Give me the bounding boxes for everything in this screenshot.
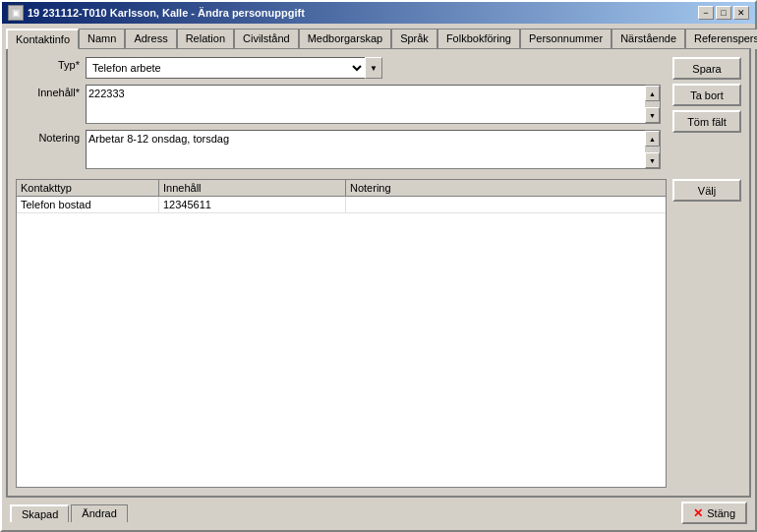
main-window: ▣ 19 231112-T010 Karlsson, Kalle - Ändra… (0, 0, 757, 532)
typ-label: Typ* (16, 57, 80, 71)
tab-bar: Kontaktinfo Namn Adress Relation Civilst… (6, 28, 751, 48)
maximize-button[interactable]: □ (716, 6, 731, 20)
stang-button[interactable]: ✕ Stäng (681, 502, 747, 524)
cell-innehall: 12345611 (159, 197, 346, 212)
col-innehall: Innehåll (159, 180, 346, 196)
cell-notering (346, 197, 666, 212)
innehall-input[interactable]: 222333 (86, 85, 645, 124)
notering-scrollbar: ▲ ▼ (645, 130, 661, 169)
action-buttons: Spara Ta bort Töm fält (672, 57, 741, 169)
typ-dropdown-arrow[interactable]: ▼ (365, 57, 382, 79)
minimize-button[interactable]: − (698, 6, 714, 20)
tab-medborgarskap[interactable]: Medborgarskap (299, 29, 391, 49)
form-area: Typ* Telefon arbeteTelefon bostadMobilE-… (16, 57, 661, 169)
app-icon: ▣ (8, 5, 24, 21)
table-body: Telefon bostad 12345611 (17, 197, 666, 487)
title-buttons: − □ ✕ (698, 6, 749, 20)
valj-button[interactable]: Välj (672, 179, 741, 202)
tab-kontaktinfo[interactable]: Kontaktinfo (6, 29, 79, 49)
top-section: Typ* Telefon arbeteTelefon bostadMobilE-… (16, 57, 741, 169)
typ-select[interactable]: Telefon arbeteTelefon bostadMobilE-postF… (86, 57, 366, 79)
tab-folkbokforing[interactable]: Folkbokföring (437, 29, 520, 49)
col-notering: Notering (346, 180, 666, 196)
tab-personnummer[interactable]: Personnummer (520, 29, 611, 49)
stang-x-icon: ✕ (693, 506, 703, 520)
innehall-scroll-down[interactable]: ▼ (645, 107, 660, 123)
notering-scroll-up[interactable]: ▲ (645, 131, 660, 147)
notering-label: Notering (16, 130, 80, 144)
table-row[interactable]: Telefon bostad 12345611 (17, 197, 666, 213)
kontakt-table: Kontakttyp Innehåll Notering Telefon bos… (16, 179, 667, 488)
window-body: Kontaktinfo Namn Adress Relation Civilst… (2, 24, 755, 530)
typ-row: Typ* Telefon arbeteTelefon bostadMobilE-… (16, 57, 661, 79)
window-title: 19 231112-T010 Karlsson, Kalle - Ändra p… (28, 7, 305, 19)
stang-label: Stäng (707, 507, 735, 519)
notering-row: Notering Arbetar 8-12 onsdag, torsdag ▲ … (16, 130, 661, 169)
innehall-row: Innehåll* 222333 ▲ ▼ (16, 85, 661, 124)
tab-sprak[interactable]: Språk (391, 29, 437, 49)
innehall-scroll-up[interactable]: ▲ (645, 86, 660, 101)
tab-namn[interactable]: Namn (79, 29, 125, 49)
table-section: Kontakttyp Innehåll Notering Telefon bos… (16, 179, 741, 488)
title-bar: ▣ 19 231112-T010 Karlsson, Kalle - Ändra… (2, 2, 755, 24)
tab-content: Typ* Telefon arbeteTelefon bostadMobilE-… (6, 48, 751, 498)
andrad-tab[interactable]: Ändrad (71, 504, 127, 522)
bottom-bar: Skapad Ändrad ✕ Stäng (6, 498, 751, 526)
tab-civilstand[interactable]: Civilstånd (234, 29, 299, 49)
tom-falt-button[interactable]: Töm fält (672, 110, 741, 133)
col-kontakttyp: Kontakttyp (17, 180, 159, 196)
innehall-scrollbar: ▲ ▼ (645, 85, 661, 124)
window-close-button[interactable]: ✕ (733, 6, 749, 20)
innehall-label: Innehåll* (16, 85, 80, 98)
cell-kontakttyp: Telefon bostad (17, 197, 159, 212)
bottom-tabs: Skapad Ändrad (10, 504, 128, 522)
tab-referensperson[interactable]: Referensperson (685, 29, 757, 49)
tab-relation[interactable]: Relation (177, 29, 234, 49)
tab-adress[interactable]: Adress (125, 29, 176, 49)
notering-input[interactable]: Arbetar 8-12 onsdag, torsdag (86, 130, 645, 169)
notering-scroll-down[interactable]: ▼ (645, 152, 660, 168)
tab-narstående[interactable]: Närstående (611, 29, 685, 49)
spara-button[interactable]: Spara (672, 57, 741, 80)
ta-bort-button[interactable]: Ta bort (672, 84, 741, 106)
table-header: Kontakttyp Innehåll Notering (17, 180, 666, 197)
skapad-tab[interactable]: Skapad (10, 504, 69, 522)
